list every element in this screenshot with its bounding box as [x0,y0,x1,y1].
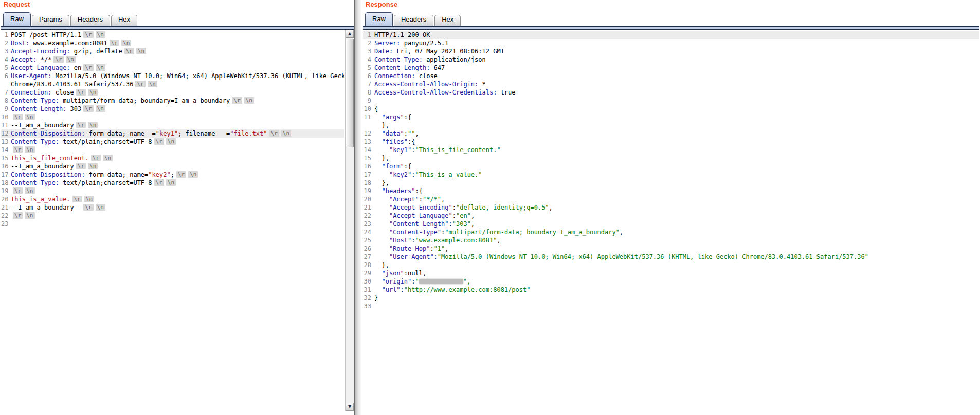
code-text: " [415,278,419,285]
request-tab-params[interactable]: Params [32,15,69,26]
crlf-chip: \r [76,163,86,169]
crlf-chip: \r [83,64,93,71]
code-text: : [419,196,423,203]
response-tab-raw[interactable]: Raw [365,12,393,26]
crlf-chip: \r [176,171,186,178]
line-number: 1 [363,31,371,39]
code-text: --I_am_a_boundary [11,122,74,129]
code-text: * [478,81,485,88]
code-line: 18 }, [363,179,979,187]
crlf-chip: \r [72,196,82,202]
crlf-chip: \r [76,122,86,128]
crlf-chip: \n [88,122,98,128]
crlf-chip: \n [88,89,98,96]
request-editor[interactable]: 1POST /post HTTP/1.1\r\n2Host: www.examp… [1,30,344,411]
crlf-chip: \n [103,155,113,161]
code-text: Host: [11,40,29,47]
code-text: "Mozilla/5.0 (Windows NT 10.0; Win64; x6… [438,253,868,260]
line-number: 31 [363,286,371,294]
crlf-chip: \r [124,48,134,54]
code-text: Content-Type: [11,179,59,186]
scroll-thumb[interactable] [346,39,354,147]
code-text: Fri, 07 May 2021 08:06:12 GMT [393,48,504,55]
code-line: 20This_is_a_value.\r\n [1,195,344,203]
request-tab-headers[interactable]: Headers [70,15,110,26]
code-line: 7Connection: close\r\n [1,88,344,97]
code-text: "This_is_file_content." [415,146,501,154]
crlf-chip: \n [96,64,105,71]
code-text: Accept-Language: [11,64,70,71]
code-line: 29 "json":null, [363,269,979,277]
code-text: text/plain;charset=UTF-8 [59,179,152,186]
code-text: 647 [430,64,445,71]
line-number: 16 [363,162,371,171]
line-number: 15 [1,154,8,162]
code-line: 19\r\n [1,187,344,195]
code-text: Content-Disposition: [11,171,85,178]
code-text: :{ [404,114,411,121]
line-number: 10 [1,113,8,121]
crlf-chip: \r [135,81,145,87]
code-text: Connection: [11,89,51,96]
line-number: 4 [1,55,8,64]
line-number: 10 [363,105,371,113]
response-tab-hex[interactable]: Hex [434,15,461,26]
code-text: form-data; name= [85,171,149,178]
request-panel: Request RawParamsHeadersHex 1POST /post … [1,0,354,414]
code-text: "url" [382,286,400,293]
code-text: Content-Type: [11,138,59,145]
crlf-chip: \n [96,31,105,38]
request-title: Request [4,1,30,8]
request-scrollbar[interactable]: ▲ ▼ [345,30,354,411]
code-text: Content-Type: [374,56,423,63]
scroll-up-icon[interactable]: ▲ [346,30,354,38]
code-line: 5Accept-Language: en\r\n [1,64,344,72]
code-text: form-data; name = [85,130,156,137]
code-line: 17Content-Disposition: form-data; name="… [1,171,344,179]
code-line: 21 "Accept-Encoding":"deflate, identity;… [363,203,979,212]
response-editor[interactable]: 1HTTP/1.1 200 OK2Server: panyun/2.5.13Da… [363,30,979,411]
code-text: : [452,204,456,211]
request-tab-raw[interactable]: Raw [3,12,31,26]
code-text: "Accept" [389,196,419,203]
code-text: : [401,286,404,293]
panel-splitter[interactable] [354,0,361,415]
code-text: User-Agent: [11,72,51,80]
line-number: 22 [363,212,371,220]
code-line: 32} [363,294,979,302]
line-number: 23 [363,220,371,228]
code-text: "file.txt" [230,130,267,137]
code-text: Content-Length: [11,105,66,112]
code-text: :null, [404,270,426,277]
code-text: "Content-Length" [389,220,449,228]
crlf-chip: \r [232,97,242,104]
code-text: Connection: [374,72,415,80]
request-tab-hex[interactable]: Hex [111,15,137,26]
code-text: */* [37,56,52,63]
code-line: 25 "Host":"www.example.com:8081", [363,236,979,244]
crlf-chip: \n [166,138,176,145]
response-tab-headers[interactable]: Headers [394,15,433,26]
line-number: 8 [363,88,371,97]
code-text: "deflate, identity;q=0.5" [456,204,549,211]
crlf-chip: \n [96,204,105,211]
code-text: multipart/form-data; boundary=I_am_a_bou… [59,97,230,104]
scroll-down-icon[interactable]: ▼ [346,403,354,411]
code-line: 13Content-Type: text/plain;charset=UTF-8… [1,138,344,146]
code-text: ; [171,171,174,178]
code-text: , [497,237,500,244]
crlf-chip: \r [13,187,23,194]
line-number: 9 [363,97,371,105]
code-text: : [449,220,452,228]
line-number: 6 [363,72,371,80]
code-line: 14 "key1":"This_is_file_content." [363,146,979,154]
line-number: 18 [1,179,8,187]
line-number: 23 [1,220,8,228]
code-text: This_is_a_value. [11,196,70,203]
crlf-chip: \n [66,56,76,63]
line-number: 5 [363,64,371,72]
code-text: "en" [456,212,471,219]
line-number: 5 [1,64,8,72]
code-text: }, [374,261,389,269]
code-line: 4Content-Type: application/json [363,55,979,64]
